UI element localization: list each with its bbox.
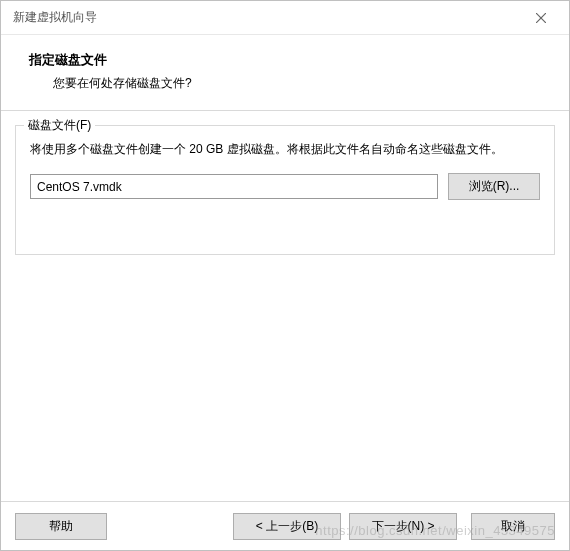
group-legend: 磁盘文件(F) [24,117,95,134]
disk-file-group: 磁盘文件(F) 将使用多个磁盘文件创建一个 20 GB 虚拟磁盘。将根据此文件名… [15,125,555,255]
back-button[interactable]: < 上一步(B) [233,513,341,540]
page-subtitle: 您要在何处存储磁盘文件? [53,75,541,92]
cancel-button[interactable]: 取消 [471,513,555,540]
content-area: 磁盘文件(F) 将使用多个磁盘文件创建一个 20 GB 虚拟磁盘。将根据此文件名… [1,110,569,502]
page-title: 指定磁盘文件 [29,51,541,69]
next-button[interactable]: 下一步(N) > [349,513,457,540]
help-button[interactable]: 帮助 [15,513,107,540]
group-description: 将使用多个磁盘文件创建一个 20 GB 虚拟磁盘。将根据此文件名自动命名这些磁盘… [30,140,540,159]
disk-file-input[interactable] [30,174,438,199]
titlebar: 新建虚拟机向导 [1,1,569,35]
button-bar: 帮助 < 上一步(B) 下一步(N) > 取消 [1,502,569,550]
window-title: 新建虚拟机向导 [13,9,97,26]
wizard-window: 新建虚拟机向导 指定磁盘文件 您要在何处存储磁盘文件? 磁盘文件(F) 将使用多… [0,0,570,551]
file-row: 浏览(R)... [30,173,540,200]
browse-button[interactable]: 浏览(R)... [448,173,540,200]
wizard-header: 指定磁盘文件 您要在何处存储磁盘文件? [1,35,569,110]
close-button[interactable] [521,3,561,33]
close-icon [536,13,546,23]
